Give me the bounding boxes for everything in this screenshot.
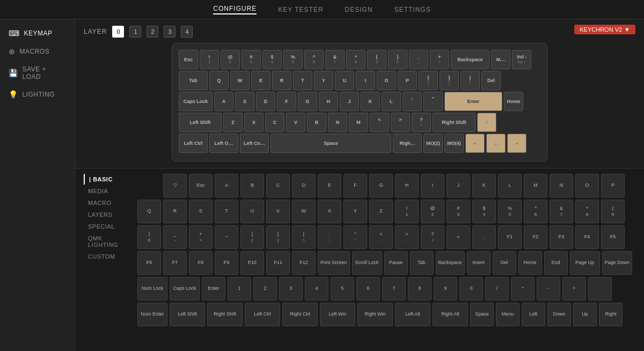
panel-key-space2[interactable]: Space	[470, 303, 494, 326]
key-del[interactable]: Del	[481, 71, 501, 90]
panel-key-y[interactable]: Y	[343, 200, 367, 223]
panel-key-gt[interactable]: >.	[395, 225, 419, 249]
panel-key-numlk[interactable]: Num Lock	[137, 277, 167, 301]
panel-sidebar-media[interactable]: MEDIA	[84, 186, 137, 196]
panel-sidebar-layers[interactable]: LAYERS	[84, 209, 137, 220]
key-tab[interactable]: Tab	[179, 71, 208, 90]
panel-key-arrright[interactable]: Right	[599, 303, 623, 326]
key-g[interactable]: G	[298, 92, 317, 111]
panel-key-at[interactable]: @2	[421, 200, 444, 223]
sidebar-item-keymap[interactable]: ⌨ KEYMAP	[0, 25, 75, 42]
key-2[interactable]: @2	[221, 50, 240, 69]
panel-key-star[interactable]: *8	[575, 200, 599, 223]
panel-key-f5[interactable]: F5	[601, 225, 625, 249]
key-quote[interactable]: "'	[423, 92, 443, 111]
key-lcmd[interactable]: Left Co…	[240, 134, 269, 153]
key-lshift[interactable]: Left Shift	[179, 113, 222, 132]
panel-key-lbrace[interactable]: {[	[240, 225, 264, 249]
key-t[interactable]: T	[293, 71, 312, 90]
key-a[interactable]: A	[214, 92, 233, 111]
key-rbracket[interactable]: }]	[440, 71, 459, 90]
nav-settings[interactable]: SETTINGS	[394, 6, 431, 13]
panel-key-k[interactable]: K	[472, 174, 496, 198]
panel-key-hash[interactable]: #3	[447, 200, 470, 223]
panel-key-f6[interactable]: F6	[137, 251, 161, 275]
panel-key-f8[interactable]: F8	[189, 251, 213, 275]
key-minus[interactable]: _-	[409, 50, 428, 69]
panel-key-f1[interactable]: F1	[498, 225, 522, 249]
key-d[interactable]: D	[256, 92, 275, 111]
key-3[interactable]: #3	[241, 50, 261, 69]
panel-key-rwin[interactable]: Right Win	[357, 303, 393, 326]
panel-key-insert[interactable]: Insert	[467, 251, 491, 275]
panel-key-tilde[interactable]: ~	[215, 225, 238, 249]
key-n[interactable]: N	[328, 113, 347, 132]
key-f[interactable]: F	[277, 92, 296, 111]
panel-key-capslk2[interactable]: Caps Lock	[170, 277, 200, 301]
panel-key-f9[interactable]: F9	[215, 251, 238, 275]
nav-design[interactable]: DESIGN	[345, 6, 373, 13]
panel-key-rctrl2[interactable]: Right Ctrl	[282, 303, 318, 326]
panel-key-b[interactable]: B	[240, 174, 264, 198]
panel-key-t[interactable]: T	[215, 200, 238, 223]
panel-key-q[interactable]: Q	[137, 200, 161, 223]
panel-key-caret[interactable]: ^6	[524, 200, 547, 223]
key-1[interactable]: !1	[200, 50, 219, 69]
key-v[interactable]: V	[286, 113, 305, 132]
nav-key-tester[interactable]: KEY TESTER	[278, 6, 323, 13]
panel-key-menu[interactable]: Menu	[496, 303, 519, 326]
panel-key-num6[interactable]: 6	[356, 277, 380, 301]
panel-sidebar-custom[interactable]: CUSTOM	[84, 251, 137, 262]
panel-key-lshift2[interactable]: Left Shift	[170, 303, 205, 326]
panel-key-excl[interactable]: !1	[395, 200, 419, 223]
key-ropt[interactable]: Righ…	[393, 134, 422, 153]
key-period[interactable]: >.	[391, 113, 410, 132]
key-rshift[interactable]: Right Shift	[433, 113, 475, 132]
sidebar-item-save-load[interactable]: 💾 SAVE + LOAD	[0, 61, 75, 85]
key-semicolon[interactable]: :;	[402, 92, 422, 111]
key-x[interactable]: X	[244, 113, 264, 132]
panel-key-f12[interactable]: F12	[292, 251, 316, 275]
panel-key-rparen[interactable]: )0	[137, 225, 161, 249]
panel-sidebar-macro[interactable]: MACRO	[84, 198, 137, 208]
panel-key-g[interactable]: G	[369, 174, 393, 198]
panel-key-del2[interactable]: Del	[493, 251, 516, 275]
key-equal[interactable]: +=	[430, 50, 449, 69]
key-o[interactable]: O	[377, 71, 396, 90]
panel-key-e[interactable]: E	[318, 174, 341, 198]
panel-key-pgup[interactable]: Page Up	[570, 251, 600, 275]
key-r[interactable]: R	[272, 71, 291, 90]
panel-sidebar-qmk[interactable]: QMK LIGHTING	[84, 233, 137, 250]
panel-key-bksp2[interactable]: Backspace	[436, 251, 465, 275]
panel-key-nument[interactable]: Num Enter	[137, 303, 167, 326]
key-u[interactable]: U	[335, 71, 354, 90]
panel-key-f10[interactable]: F10	[240, 251, 264, 275]
panel-key-f3[interactable]: F3	[550, 225, 573, 249]
key-h[interactable]: H	[319, 92, 338, 111]
panel-key-prtscr[interactable]: Print Screen	[318, 251, 350, 275]
keychron-badge[interactable]: KEYCHRON V2 ▼	[574, 25, 635, 34]
layer-btn-3[interactable]: 3	[164, 26, 175, 38]
panel-key-comma2[interactable]: ,	[472, 225, 496, 249]
sidebar-item-macros[interactable]: ⊕ MACROS	[0, 43, 75, 60]
key-lbracket[interactable]: {[	[419, 71, 438, 90]
layer-btn-2[interactable]: 2	[147, 26, 158, 38]
panel-key-dollar[interactable]: $4	[472, 200, 496, 223]
key-lctrl[interactable]: Left Ctrl	[179, 134, 208, 153]
panel-key-numstar[interactable]: *	[511, 277, 535, 301]
key-lopt[interactable]: Left O…	[209, 134, 238, 153]
panel-key-under[interactable]: _-	[163, 225, 187, 249]
key-s[interactable]: S	[235, 92, 254, 111]
panel-key-num1[interactable]: 1	[228, 277, 251, 301]
key-j[interactable]: J	[340, 92, 359, 111]
key-z[interactable]: Z	[223, 113, 243, 132]
key-mo4[interactable]: MO(4)	[444, 134, 464, 153]
sidebar-item-lighting[interactable]: 💡 LIGHTING	[0, 86, 75, 103]
panel-key-z[interactable]: Z	[369, 200, 393, 223]
panel-key-home2[interactable]: Home	[518, 251, 542, 275]
panel-key-trns[interactable]: ▽	[163, 174, 187, 198]
panel-key-w[interactable]: W	[292, 200, 316, 223]
key-q[interactable]: Q	[209, 71, 229, 90]
key-slash[interactable]: ?/	[412, 113, 431, 132]
key-4[interactable]: $4	[262, 50, 282, 69]
